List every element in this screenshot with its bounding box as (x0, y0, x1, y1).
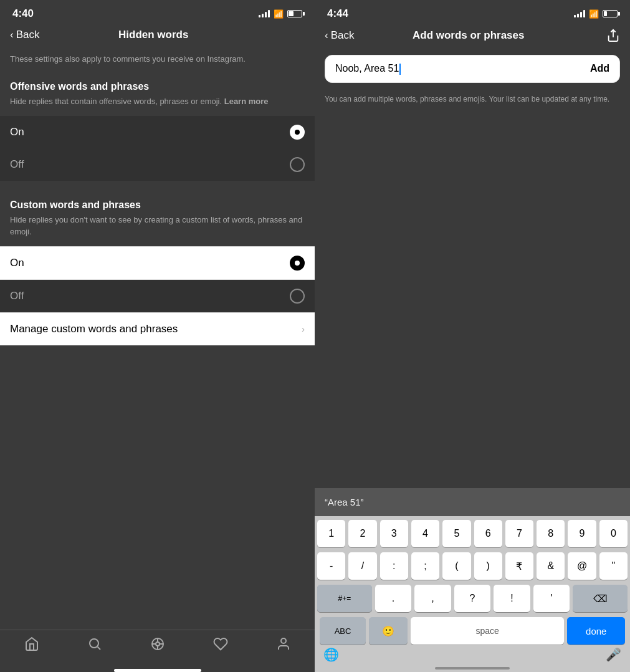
key-emoji[interactable]: 🙂 (369, 617, 408, 645)
key-at[interactable]: @ (568, 552, 596, 580)
key-open-paren[interactable]: ( (442, 552, 470, 580)
keyboard-row-numbers: 1 2 3 4 5 6 7 8 9 0 (317, 520, 628, 547)
offensive-off-radio[interactable] (290, 157, 305, 172)
key-7[interactable]: 7 (505, 520, 533, 547)
manage-custom-row[interactable]: Manage custom words and phrases › (0, 312, 315, 345)
key-6[interactable]: 6 (474, 520, 502, 547)
offensive-on-label: On (10, 126, 24, 138)
learn-more-link[interactable]: Learn more (224, 97, 269, 106)
key-rupee[interactable]: ₹ (505, 552, 533, 580)
custom-desc-text: Hide replies you don't want to see by cr… (10, 215, 302, 236)
custom-on-radio[interactable] (290, 256, 305, 271)
wifi-icon-right: 📶 (589, 9, 599, 19)
custom-section-title: Custom words and phrases (0, 193, 315, 214)
nav-heart[interactable] (213, 636, 228, 651)
svg-point-0 (90, 639, 98, 648)
wifi-icon: 📶 (274, 9, 284, 19)
back-label-left: Back (16, 29, 40, 41)
key-minus[interactable]: - (317, 552, 345, 580)
key-close-paren[interactable]: ) (474, 552, 502, 580)
key-9[interactable]: 9 (568, 520, 596, 547)
svg-point-8 (281, 638, 286, 643)
nav-reels[interactable] (150, 636, 165, 651)
manage-custom-label: Manage custom words and phrases (10, 323, 178, 335)
back-button-left[interactable]: ‹ Back (10, 29, 39, 41)
keyboard: 1 2 3 4 5 6 7 8 9 0 - / : ; ( ) ₹ & @ " … (315, 516, 630, 672)
nav-profile[interactable] (276, 636, 291, 651)
key-slash[interactable]: / (348, 552, 376, 580)
offensive-section-desc: Hide replies that contain offensive word… (0, 96, 315, 116)
status-bar-left: 4:40 📶 (0, 0, 315, 25)
time-left: 4:40 (12, 7, 34, 20)
page-title-right: Add words or phrases (413, 29, 524, 42)
nav-bar-right: ‹ Back Add words or phrases (315, 25, 630, 49)
offensive-off-label: Off (10, 158, 24, 171)
signal-icon-right (574, 10, 585, 17)
nav-right-right (583, 29, 620, 42)
key-ampersand[interactable]: & (537, 552, 565, 580)
key-colon[interactable]: : (380, 552, 408, 580)
heart-icon (213, 636, 228, 651)
key-period[interactable]: . (375, 585, 412, 612)
key-5[interactable]: 5 (442, 520, 470, 547)
back-label-right: Back (331, 29, 355, 42)
custom-section-desc: Hide replies you don't want to see by cr… (0, 214, 315, 246)
key-8[interactable]: 8 (537, 520, 565, 547)
back-button-right[interactable]: ‹ Back (325, 29, 354, 42)
key-done[interactable]: done (567, 617, 625, 645)
add-button[interactable]: Add (590, 63, 609, 74)
battery-icon-right (603, 10, 618, 17)
offensive-off-row[interactable]: Off (0, 148, 315, 181)
nav-home[interactable] (24, 636, 39, 651)
key-space[interactable]: space (411, 617, 565, 645)
keyboard-extras-row: 🌐 🎤 (317, 645, 628, 662)
input-value: Noob, Area 51 (335, 63, 399, 74)
search-box[interactable]: Noob, Area 51 Add (325, 55, 620, 83)
signal-icon (259, 10, 270, 17)
svg-point-3 (156, 642, 160, 646)
nav-bar-left: ‹ Back Hidden words (0, 25, 315, 47)
text-cursor (399, 64, 401, 75)
custom-on-row[interactable]: On (0, 246, 315, 280)
helper-text: You can add multiple words, phrases and … (315, 89, 630, 105)
globe-icon[interactable]: 🌐 (323, 647, 339, 662)
custom-off-row[interactable]: Off (0, 280, 315, 312)
share-icon[interactable] (606, 29, 620, 42)
back-chevron-right: ‹ (325, 29, 328, 42)
key-4[interactable]: 4 (411, 520, 439, 547)
custom-off-radio[interactable] (290, 289, 305, 304)
status-icons-right: 📶 (574, 9, 618, 19)
status-bar-right: 4:44 📶 (315, 0, 630, 25)
nav-search[interactable] (87, 636, 102, 651)
key-3[interactable]: 3 (380, 520, 408, 547)
bottom-nav-left (0, 630, 315, 664)
key-abc[interactable]: ABC (320, 617, 366, 645)
autocomplete-suggestion[interactable]: “Area 51” (315, 488, 630, 516)
delete-key[interactable]: ⌫ (573, 585, 628, 612)
key-exclamation[interactable]: ! (494, 585, 530, 612)
mic-icon[interactable]: 🎤 (606, 647, 621, 662)
person-icon (276, 636, 291, 651)
right-panel: 4:44 📶 ‹ Back Add words or phrases (315, 0, 630, 672)
key-1[interactable]: 1 (317, 520, 345, 547)
back-chevron-left: ‹ (10, 29, 14, 41)
key-2[interactable]: 2 (348, 520, 376, 547)
keyboard-row-bottom: ABC 🙂 space done (317, 617, 628, 645)
autocomplete-text: “Area 51” (325, 497, 364, 507)
key-question[interactable]: ? (454, 585, 491, 612)
key-0[interactable]: 0 (599, 520, 628, 547)
offensive-on-row[interactable]: On (0, 116, 315, 148)
key-apostrophe[interactable]: ' (533, 585, 570, 612)
keyboard-row-symbols: - / : ; ( ) ₹ & @ " (317, 552, 628, 580)
page-title-left: Hidden words (118, 29, 188, 41)
key-hash-plus[interactable]: #+= (317, 585, 372, 612)
key-quote[interactable]: " (599, 552, 628, 580)
content-spacer (315, 105, 630, 488)
offensive-on-radio[interactable] (290, 125, 305, 140)
search-input[interactable]: Noob, Area 51 (335, 63, 590, 75)
key-comma[interactable]: , (414, 585, 451, 612)
home-icon (24, 636, 39, 651)
search-icon (87, 636, 102, 651)
key-semicolon[interactable]: ; (411, 552, 439, 580)
content-left: These settings also apply to comments yo… (0, 47, 315, 630)
